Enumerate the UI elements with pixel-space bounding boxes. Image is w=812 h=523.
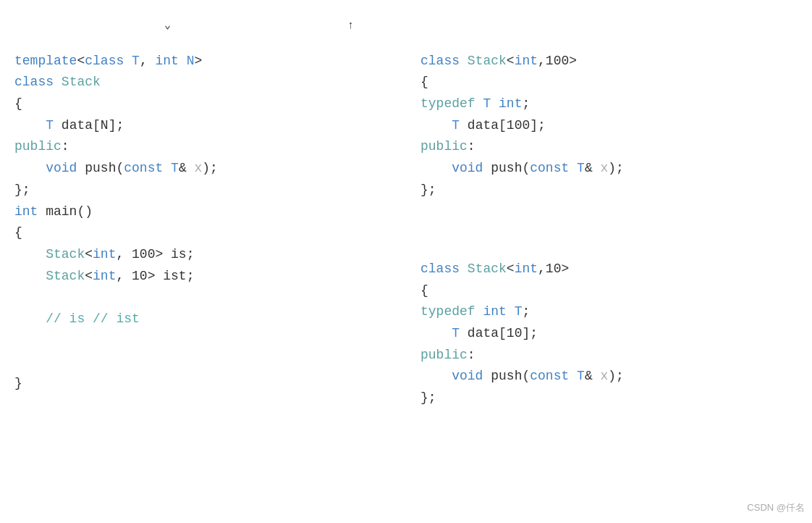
stmt-ist: Stack<int, 10> ist;: [14, 269, 194, 283]
stmt-is: Stack<int, 100> is;: [14, 247, 194, 262]
left-panel: ⌄ ↑ template<class T, int N> class Stack…: [0, 7, 406, 523]
r1-open-brace: {: [420, 75, 428, 89]
class-decl-line: class Stack: [14, 75, 101, 89]
r2-open-brace: {: [420, 283, 428, 298]
close-brace-1: };: [14, 183, 30, 197]
template-line: template<class T, int N>: [14, 54, 202, 68]
r1-class-decl: class Stack<int,100>: [420, 54, 577, 68]
r2-public: public:: [420, 348, 475, 362]
r2-member: T data[10];: [420, 326, 538, 340]
r2-class-decl: class Stack<int,10>: [420, 262, 569, 276]
main-decl: int main(): [14, 204, 93, 219]
r1-close-brace: };: [420, 183, 436, 197]
method-push: void push(const T& x);: [14, 161, 218, 175]
cursor-marks: ⌄ ↑: [29, 20, 355, 32]
r1-typedef: typedef T int;: [420, 96, 530, 111]
right-code-block-1: class Stack<int,100> { typedef T int; T …: [420, 29, 798, 222]
r1-member: T data[100];: [420, 118, 546, 133]
close-brace-2: }: [14, 376, 22, 390]
comment-line: // is // ist: [14, 311, 140, 326]
code-container: ⌄ ↑ template<class T, int N> class Stack…: [0, 0, 812, 523]
r2-method: void push(const T& x);: [420, 369, 624, 383]
r1-method: void push(const T& x);: [420, 161, 624, 175]
open-brace-2: {: [14, 225, 22, 240]
watermark: CSDN @仟名: [747, 501, 805, 516]
access-public: public:: [14, 139, 69, 154]
r1-public: public:: [420, 139, 475, 154]
right-panel: class Stack<int,100> { typedef T int; T …: [406, 7, 812, 523]
member-data: T data[N];: [14, 118, 124, 133]
right-code-block-2: class Stack<int,10> { typedef int T; T d…: [420, 237, 798, 430]
left-code-block: template<class T, int N> class Stack { T…: [14, 29, 392, 416]
r2-close-brace: };: [420, 390, 436, 405]
r2-typedef: typedef int T;: [420, 304, 530, 319]
cursor-area: ⌄ ↑: [14, 14, 392, 29]
open-brace-1: {: [14, 96, 22, 111]
